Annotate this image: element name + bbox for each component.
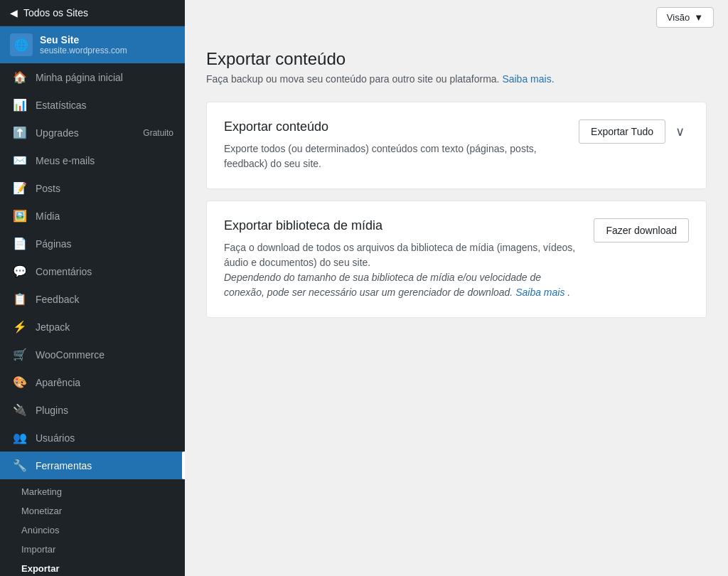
topbar: Visão ▼ [185, 0, 728, 35]
sidebar-item-comentarios[interactable]: 💬 Comentários [0, 257, 185, 285]
content-area: Exportar conteúdo Faça backup ou mova se… [185, 35, 728, 576]
site-name: Seu Site [40, 34, 127, 46]
email-icon: ✉️ [11, 154, 28, 167]
visao-button[interactable]: Visão ▼ [656, 7, 714, 28]
visao-label: Visão [667, 12, 690, 23]
sidebar: ◀ Todos os Sites 🌐 Seu Site seusite.word… [0, 0, 185, 576]
back-to-all-sites[interactable]: ◀ Todos os Sites [0, 0, 185, 26]
sidebar-item-plugins[interactable]: 🔌 Plugins [0, 396, 185, 424]
site-item[interactable]: 🌐 Seu Site seusite.wordpress.com [0, 26, 185, 63]
card-desc-italic-midia: Dependendo do tamanho de sua biblioteca … [224, 270, 579, 300]
sidebar-item-upgrades[interactable]: ⬆️ Upgrades Gratuito [0, 119, 185, 146]
submenu-item-importar[interactable]: Importar [0, 540, 185, 559]
sidebar-item-aparencia[interactable]: 🎨 Aparência [0, 368, 185, 396]
tools-icon: 🔧 [11, 459, 28, 472]
plugins-icon: 🔌 [11, 403, 28, 417]
nav-label: WooCommerce [36, 349, 105, 361]
nav-label: Posts [36, 183, 60, 194]
home-icon: 🏠 [11, 70, 28, 84]
nav-label: Meus e-mails [36, 155, 95, 166]
submenu-item-anuncios[interactable]: Anúncios [0, 521, 185, 540]
card-title-exportar: Exportar conteúdo [224, 119, 564, 134]
nav-label: Plugins [36, 405, 68, 416]
site-url: seusite.wordpress.com [40, 46, 127, 55]
nav-label: Minha página inicial [36, 72, 123, 83]
nav-label: Páginas [36, 238, 72, 250]
sidebar-item-posts[interactable]: 📝 Posts [0, 174, 185, 202]
media-icon: 🖼️ [11, 209, 28, 223]
sidebar-item-estatisticas[interactable]: 📊 Estatísticas [0, 91, 185, 119]
submenu-item-marketing[interactable]: Marketing [0, 482, 185, 501]
back-label: Todos os Sites [23, 7, 88, 18]
submenu-item-monetizar[interactable]: Monetizar [0, 501, 185, 521]
card-actions-midia: Fazer download [594, 218, 689, 242]
submenu-item-exportar[interactable]: Exportar [0, 559, 185, 576]
sidebar-item-midia[interactable]: 🖼️ Mídia [0, 202, 185, 230]
expand-exportar-button[interactable]: ∨ [671, 119, 689, 144]
page-subtitle: Faça backup ou mova seu conteúdo para ou… [206, 73, 707, 85]
comments-icon: 💬 [11, 265, 28, 278]
upgrades-badge: Gratuito [143, 128, 173, 138]
fazer-download-button[interactable]: Fazer download [594, 218, 689, 242]
sidebar-item-ferramentas[interactable]: 🔧 Ferramentas [0, 452, 185, 479]
saiba-mais-link[interactable]: Saiba mais [502, 73, 551, 85]
exportar-midia-card: Exportar biblioteca de mídia Faça o down… [206, 201, 707, 318]
stats-icon: 📊 [11, 98, 28, 112]
card-title-midia: Exportar biblioteca de mídia [224, 218, 579, 233]
nav-label: Estatísticas [36, 100, 87, 111]
nav-label: Feedback [36, 294, 79, 305]
pages-icon: 📄 [11, 237, 28, 250]
sidebar-item-usuarios[interactable]: 👥 Usuários [0, 424, 185, 452]
page-title: Exportar conteúdo [206, 49, 707, 69]
nav-label: Mídia [36, 210, 60, 222]
main-content: Visão ▼ Exportar conteúdo Faça backup ou… [185, 0, 728, 576]
exportar-conteudo-card: Exportar conteúdo Exporte todos (ou dete… [206, 102, 707, 189]
card-actions-exportar: Exportar Tudo ∨ [579, 119, 689, 144]
nav-label: Upgrades [36, 127, 79, 139]
nav-label: Ferramentas [36, 460, 92, 471]
upgrades-icon: ⬆️ [11, 126, 28, 139]
site-info: Seu Site seusite.wordpress.com [40, 34, 127, 55]
card-body-midia: Exportar biblioteca de mídia Faça o down… [207, 201, 706, 317]
sidebar-item-feedback[interactable]: 📋 Feedback [0, 285, 185, 313]
card-content-exportar: Exportar conteúdo Exporte todos (ou dete… [224, 119, 579, 171]
woocommerce-icon: 🛒 [11, 348, 28, 361]
site-avatar: 🌐 [10, 33, 33, 56]
sidebar-item-woocommerce[interactable]: 🛒 WooCommerce [0, 341, 185, 368]
nav-label: Jetpack [36, 321, 70, 333]
back-arrow-icon: ◀ [10, 7, 18, 18]
card-body-exportar: Exportar conteúdo Exporte todos (ou dete… [207, 102, 706, 188]
chevron-down-icon: ▼ [694, 12, 703, 23]
sidebar-item-meus-emails[interactable]: ✉️ Meus e-mails [0, 146, 185, 174]
card-content-midia: Exportar biblioteca de mídia Faça o down… [224, 218, 594, 300]
sidebar-item-jetpack[interactable]: ⚡ Jetpack [0, 313, 185, 341]
jetpack-icon: ⚡ [11, 320, 28, 334]
nav-label: Aparência [36, 377, 80, 388]
ferramentas-submenu: Marketing Monetizar Anúncios Importar Ex… [0, 479, 185, 576]
users-icon: 👥 [11, 431, 28, 444]
sidebar-item-minha-pagina-inicial[interactable]: 🏠 Minha página inicial [0, 63, 185, 91]
card-desc-exportar: Exporte todos (ou determinados) conteúdo… [224, 142, 564, 171]
posts-icon: 📝 [11, 181, 28, 195]
nav-label: Comentários [36, 266, 92, 277]
sidebar-item-paginas[interactable]: 📄 Páginas [0, 230, 185, 257]
exportar-tudo-button[interactable]: Exportar Tudo [579, 119, 665, 144]
card-desc-midia: Faça o download de todos os arquivos da … [224, 240, 579, 270]
active-indicator [182, 452, 185, 479]
saiba-mais-midia-link[interactable]: Saiba mais [515, 287, 564, 298]
feedback-icon: 📋 [11, 292, 28, 306]
nav-label: Usuários [36, 432, 75, 444]
appearance-icon: 🎨 [11, 375, 28, 389]
